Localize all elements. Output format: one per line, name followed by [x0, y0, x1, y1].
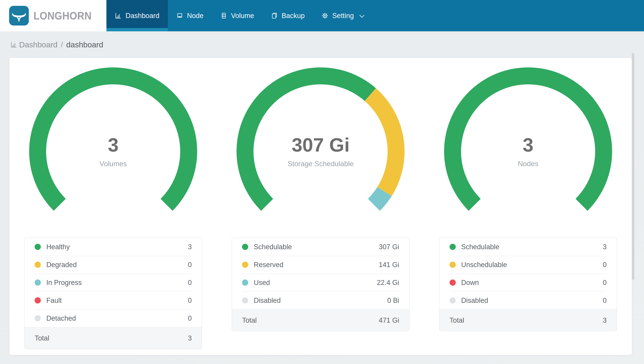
legend-label: Fault [46, 296, 188, 304]
legend-value: 0 Bi [387, 296, 399, 304]
nodes-gauge: 3 Nodes [443, 67, 613, 236]
legend-total-row: Total3 [440, 309, 617, 331]
legend-total-value: 3 [603, 316, 607, 324]
volumes-panel: 3 Volumes Healthy3Degraded0In Progress0F… [10, 58, 217, 355]
legend-value: 0 [603, 296, 607, 304]
legend-row-disabled: Disabled0 [440, 292, 617, 309]
legend-row-down: Down0 [440, 274, 617, 292]
legend-value: 3 [188, 243, 192, 251]
legend-dot-icon [242, 244, 248, 250]
nav-label-node: Node [187, 12, 204, 20]
legend-value: 0 [603, 261, 607, 269]
legend-label: Schedulable [254, 243, 379, 251]
gauge-center-value: 307 Gi [236, 135, 405, 154]
legend-dot-icon [242, 297, 248, 304]
gauge-center-label: Nodes [443, 160, 613, 168]
gauge-center-value: 3 [443, 135, 613, 154]
breadcrumb: Dashboard / dashboard [0, 31, 644, 58]
laptop-icon [176, 12, 183, 19]
legend-value: 0 [188, 314, 192, 322]
legend-label: Down [461, 279, 603, 286]
nav-item-setting[interactable]: Setting [313, 0, 373, 31]
legend-row-reserved: Reserved141 Gi [232, 256, 409, 274]
bar-chart-icon [115, 12, 122, 19]
brand-name: LONGHORN [34, 10, 92, 22]
legend-dot-icon [34, 315, 41, 321]
dashboard-card: 3 Volumes Healthy3Degraded0In Progress0F… [10, 58, 632, 355]
breadcrumb-separator: / [61, 40, 63, 49]
legend-row-fault: Fault0 [24, 292, 202, 309]
legend-dot-icon [34, 297, 41, 304]
legend-label: Used [254, 279, 377, 286]
legend-value: 22.4 Gi [377, 279, 399, 286]
legend-row-detached: Detached0 [24, 309, 202, 327]
gauge-center-label: Volumes [28, 160, 198, 168]
breadcrumb-current-page: dashboard [66, 40, 103, 49]
legend-label: Reserved [254, 261, 379, 269]
nav-item-volume[interactable]: Volume [212, 0, 262, 31]
nav-item-backup[interactable]: Backup [262, 0, 313, 31]
gauge-center-label: Storage Schedulable [236, 160, 405, 168]
legend-total-label: Total [242, 316, 379, 324]
legend-row-disabled: Disabled0 Bi [232, 292, 409, 309]
legend-label: Unschedulable [461, 261, 603, 269]
legend-dot-icon [34, 262, 41, 268]
legend-row-unschedulable: Unschedulable0 [440, 256, 617, 274]
legend-dot-icon [450, 244, 456, 250]
legend-row-degraded: Degraded0 [24, 256, 202, 274]
legend-value: 0 [603, 279, 607, 286]
legend-label: Disabled [461, 296, 603, 304]
legend-dot-icon [34, 244, 41, 250]
longhorn-logo[interactable]: LONGHORN [0, 0, 106, 31]
legend-total-value: 3 [188, 334, 192, 342]
longhorn-bull-icon [9, 6, 29, 26]
vertical-scrollbar-thumb[interactable] [632, 53, 634, 280]
legend-row-healthy: Healthy3 [24, 238, 202, 256]
legend-label: In Progress [46, 279, 188, 286]
legend-value: 307 Gi [379, 243, 399, 251]
volumes-gauge: 3 Volumes [28, 67, 198, 236]
nav-item-dashboard[interactable]: Dashboard [106, 0, 168, 31]
nav-label-volume: Volume [231, 12, 254, 20]
legend-total-label: Total [450, 316, 603, 324]
database-icon [220, 12, 227, 19]
nodes-panel: 3 Nodes Schedulable3Unschedulable0Down0D… [424, 58, 632, 355]
storage-gauge: 307 Gi Storage Schedulable [236, 67, 405, 236]
legend-label: Detached [46, 314, 188, 322]
legend-total-value: 471 Gi [379, 316, 399, 324]
legend-total-row: Total471 Gi [232, 309, 409, 331]
legend-value: 0 [188, 261, 192, 269]
nav-label-backup: Backup [282, 12, 305, 20]
volumes-legend-table: Healthy3Degraded0In Progress0Fault0Detac… [24, 238, 202, 349]
legend-value: 3 [603, 243, 607, 251]
gear-icon [322, 12, 328, 19]
legend-label: Schedulable [461, 243, 603, 251]
legend-value: 0 [188, 296, 192, 304]
storage-panel: 307 Gi Storage Schedulable Schedulable30… [217, 58, 424, 355]
breadcrumb-section[interactable]: Dashboard [19, 40, 58, 49]
legend-dot-icon [34, 280, 41, 286]
legend-dot-icon [450, 280, 456, 286]
storage-legend-table: Schedulable307 GiReserved141 GiUsed22.4 … [232, 238, 410, 331]
chevron-down-icon [359, 14, 365, 18]
main-menu: Dashboard Node Volume [106, 0, 644, 31]
legend-dot-icon [450, 262, 456, 268]
nav-label-setting: Setting [332, 12, 354, 20]
legend-total-row: Total3 [24, 327, 202, 349]
copy-icon [271, 12, 278, 19]
legend-row-used: Used22.4 Gi [232, 274, 409, 292]
legend-value: 141 Gi [379, 261, 399, 269]
legend-dot-icon [450, 297, 456, 304]
legend-dot-icon [242, 280, 248, 286]
nav-item-node[interactable]: Node [168, 0, 212, 31]
legend-row-schedulable: Schedulable3 [440, 238, 617, 256]
legend-label: Disabled [254, 296, 387, 304]
gauge-center-value: 3 [28, 135, 198, 154]
bar-chart-icon [10, 41, 17, 48]
legend-value: 0 [188, 279, 192, 286]
top-navbar: LONGHORN Dashboard Node [0, 0, 644, 31]
legend-label: Healthy [46, 243, 188, 251]
nav-label-dashboard: Dashboard [126, 12, 160, 20]
nodes-legend-table: Schedulable3Unschedulable0Down0Disabled0… [439, 238, 617, 331]
legend-row-schedulable: Schedulable307 Gi [232, 238, 409, 256]
